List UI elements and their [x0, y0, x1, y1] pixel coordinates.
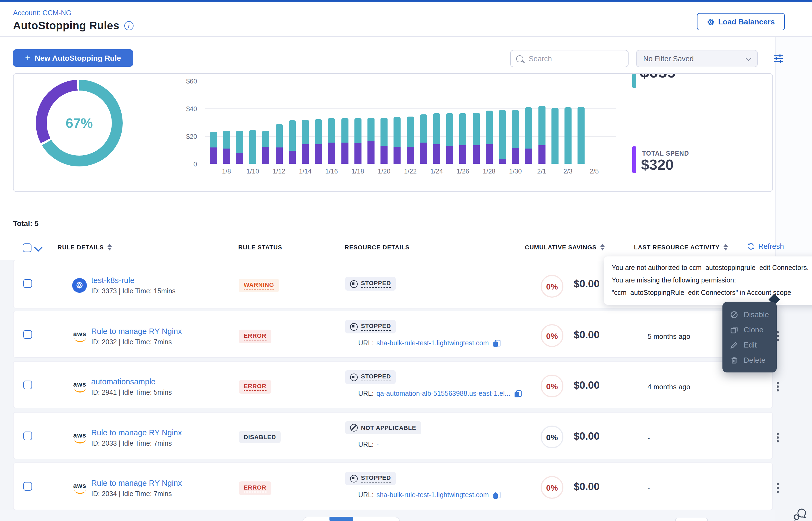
x-tick-label: 2/3	[556, 167, 580, 175]
bar-spend-segment	[512, 148, 519, 164]
total-spend-label: TOTAL SPEND	[642, 150, 689, 157]
x-tick-label: 1/26	[451, 167, 475, 175]
column-header-rule-details[interactable]: RULE DETAILS	[58, 244, 112, 250]
row-checkbox[interactable]	[23, 432, 32, 440]
search-icon	[516, 55, 523, 62]
rule-meta: ID: 2941 | Idle Time: 5mins	[91, 389, 172, 396]
bar-spend-segment	[460, 145, 467, 164]
plus-icon: +	[25, 52, 30, 63]
savings-summary-card: 67% $60 $40 $20 0 1/81/101/121/141/161/1…	[13, 73, 773, 192]
rule-meta: ID: 2033 | Idle Time: 7mins	[91, 440, 172, 447]
row-actions-kebab[interactable]	[774, 430, 781, 444]
copy-icon[interactable]	[493, 492, 500, 498]
copy-icon[interactable]	[493, 340, 500, 347]
savings-percent-gauge: 0%	[541, 275, 563, 298]
x-tick-label: 1/10	[241, 167, 264, 175]
stopped-icon	[350, 323, 358, 331]
resource-url-link[interactable]: qa-automation-alb-515563988.us-east-1.el…	[377, 390, 510, 398]
menu-item-disable[interactable]: Disable	[723, 307, 777, 322]
new-autostopping-rule-button[interactable]: + New AutoStopping Rule	[13, 49, 133, 67]
row-checkbox[interactable]	[23, 381, 32, 389]
row-checkbox[interactable]	[23, 330, 32, 339]
bar-spend-segment	[223, 149, 230, 164]
row-checkbox[interactable]	[23, 482, 32, 491]
bar-savings-segment	[354, 118, 361, 143]
resource-url-link[interactable]: sha-bulk-rule-test-1.lightwingtest.com	[377, 339, 489, 347]
menu-item-delete[interactable]: Delete	[723, 353, 777, 367]
filter-saved-dropdown[interactable]: No Filter Saved	[636, 50, 758, 67]
aws-icon: aws	[72, 329, 87, 344]
x-tick-label: 1/22	[399, 167, 422, 175]
table-row: aws Rule to manage RY Nginx ID: 2032 | I…	[13, 311, 773, 358]
kubernetes-icon: ☸	[72, 278, 87, 293]
savings-value: $0.00	[574, 481, 599, 493]
bar-spend-segment	[210, 148, 217, 164]
savings-legend-bar	[632, 74, 636, 88]
total-spend-value: $320	[641, 157, 674, 174]
info-icon[interactable]: i	[124, 21, 133, 30]
column-header-last-resource-activity[interactable]: LAST RESOURCE ACTIVITY	[634, 244, 728, 250]
x-tick-label: 1/8	[214, 167, 238, 175]
bar-savings-segment	[551, 108, 558, 164]
gridline-60	[205, 81, 616, 81]
rule-name-link[interactable]: Rule to manage RY Nginx	[91, 327, 182, 336]
bar-savings-segment	[525, 107, 532, 149]
pagination-active-segment[interactable]	[329, 517, 354, 521]
search-input[interactable]	[528, 54, 623, 63]
clone-icon	[730, 325, 738, 334]
menu-item-clone[interactable]: Clone	[723, 322, 777, 337]
bar-savings-segment	[446, 114, 453, 146]
last-activity: 4 months ago	[647, 383, 690, 391]
x-tick-label: 1/20	[372, 167, 396, 175]
bar-savings-segment	[315, 119, 322, 144]
sort-icon[interactable]	[108, 244, 112, 250]
refresh-button[interactable]: Refresh	[747, 242, 784, 250]
donut-percent-label: 67%	[47, 91, 112, 156]
bar-savings-segment	[472, 113, 479, 145]
sort-icon[interactable]	[600, 244, 605, 250]
bar-savings-segment	[460, 114, 467, 145]
header-divider	[0, 36, 812, 37]
sort-icon[interactable]	[724, 244, 728, 250]
bar-spend-segment	[446, 146, 453, 164]
bar-savings-segment	[236, 131, 243, 153]
bar-savings-segment	[538, 106, 545, 145]
row-actions-kebab[interactable]	[774, 481, 781, 495]
bar-spend-segment	[394, 146, 401, 164]
spend-legend-bar	[632, 146, 636, 173]
bar-spend-segment	[302, 144, 309, 164]
resource-state-badge: STOPPED	[345, 472, 396, 485]
rule-status-badge: DISABLED	[239, 431, 281, 443]
column-header-cumulative-savings[interactable]: CUMULATIVE SAVINGS	[525, 244, 605, 250]
rule-name-link[interactable]: Rule to manage RY Nginx	[91, 479, 182, 488]
bar-spend-segment	[433, 144, 440, 164]
menu-item-edit[interactable]: Edit	[723, 337, 777, 353]
filter-panel-icon[interactable]	[773, 53, 784, 66]
aws-icon: aws	[72, 481, 87, 496]
stopped-icon	[350, 280, 358, 288]
select-all-checkbox[interactable]	[23, 244, 31, 252]
bar-spend-segment	[328, 142, 335, 164]
refresh-icon	[747, 242, 755, 250]
load-balancers-button[interactable]: ⚙ Load Balancers	[697, 13, 785, 30]
row-actions-menu: Disable Clone Edit Delete	[723, 302, 777, 372]
total-count-label: Total: 5	[13, 220, 39, 228]
savings-value: $0.00	[574, 278, 599, 290]
rule-meta: ID: 2032 | Idle Time: 7mins	[91, 338, 172, 346]
copy-icon[interactable]	[515, 390, 521, 397]
breadcrumb-account[interactable]: Account: CCM-NG	[13, 9, 71, 17]
rule-name-link[interactable]: automationsample	[91, 377, 155, 386]
chat-support-icon[interactable]	[794, 508, 808, 521]
resource-url: URL: qa-automation-alb-515563988.us-east…	[358, 390, 521, 398]
bar-savings-segment	[367, 118, 375, 141]
rule-name-link[interactable]: test-k8s-rule	[91, 276, 135, 285]
bar-savings-segment	[210, 132, 217, 148]
rule-name-link[interactable]: Rule to manage RY Nginx	[91, 428, 182, 437]
resource-url-link[interactable]: sha-bulk-rule-test-1.lightwingtest.com	[377, 491, 489, 499]
page-size-control[interactable]	[675, 518, 708, 521]
filter-dropdown-value: No Filter Saved	[643, 54, 694, 63]
row-checkbox[interactable]	[23, 279, 32, 288]
resource-url-link[interactable]: -	[377, 441, 379, 448]
column-header-rule-status: RULE STATUS	[238, 244, 282, 250]
row-actions-kebab[interactable]	[774, 380, 781, 393]
